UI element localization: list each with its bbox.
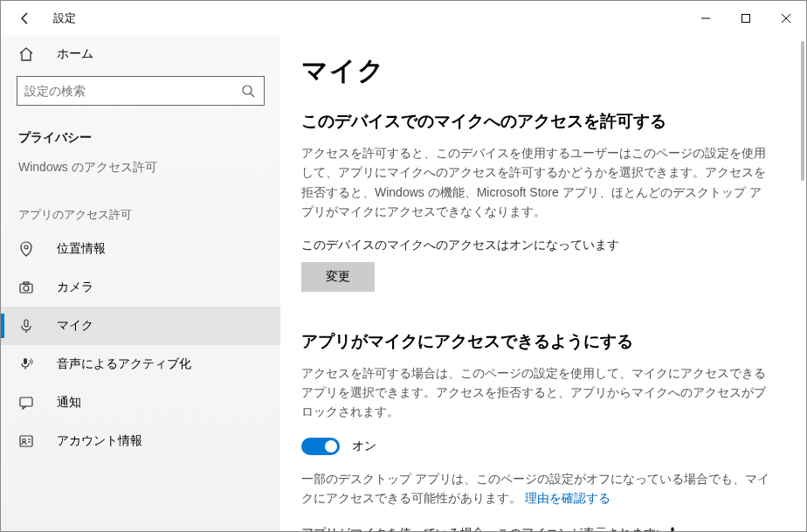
svg-point-6 [24,286,29,291]
mic-apps-toggle-row: オン [301,438,771,455]
sidebar: ホーム プライバシー Windows のアクセス許可 アプリのアクセス許可 位置… [1,36,280,531]
location-icon [18,241,39,257]
svg-point-14 [23,439,26,442]
search-icon [241,84,257,98]
change-button[interactable]: 変更 [301,262,375,292]
sidebar-item-label: カメラ [57,280,93,295]
account-info-icon [18,433,39,449]
svg-point-2 [243,86,252,94]
sidebar-item-microphone[interactable]: マイク [1,307,280,345]
section2-title: アプリがマイクにアクセスできるようにする [301,330,771,353]
home-nav[interactable]: ホーム [1,36,280,73]
close-button[interactable] [766,1,806,36]
voice-activation-icon [18,356,39,372]
sidebar-section-label: プライバシー [1,121,280,156]
search-input[interactable] [24,84,241,98]
window-controls [686,1,806,36]
maximize-button[interactable] [726,1,766,36]
window-title: 設定 [53,10,76,26]
sidebar-item-account-info[interactable]: アカウント情報 [1,422,280,460]
sidebar-sub-label[interactable]: Windows のアクセス許可 [1,156,280,190]
svg-rect-1 [742,15,750,23]
indicator-text-row: アプリがマイクを使っている場合、このアイコンが表示されます: [301,526,771,531]
home-icon [18,46,39,62]
sidebar-item-label: 位置情報 [57,241,106,257]
svg-rect-10 [24,358,27,364]
microphone-icon [18,318,39,334]
back-button[interactable] [8,1,43,36]
svg-rect-12 [20,397,32,406]
svg-rect-7 [24,282,29,285]
notifications-icon [18,395,39,411]
sidebar-item-notifications[interactable]: 通知 [1,383,280,422]
reason-link[interactable]: 理由を確認する [525,491,610,505]
sidebar-item-location[interactable]: 位置情報 [1,230,280,268]
section1-status: このデバイスのマイクへのアクセスはオンになっています [301,238,771,253]
svg-rect-13 [20,436,32,446]
mic-apps-toggle[interactable] [301,438,340,455]
content-area: マイク このデバイスでのマイクへのアクセスを許可する アクセスを許可すると、この… [280,36,806,531]
home-label: ホーム [57,46,93,62]
section2-body: アクセスを許可する場合は、このページの設定を使用して、マイクにアクセスできるアプ… [301,363,771,422]
page-title: マイク [301,53,771,89]
sidebar-item-label: マイク [57,318,93,334]
sidebar-item-label: 音声によるアクティブ化 [57,356,191,372]
search-box[interactable] [17,76,265,106]
svg-point-4 [24,245,28,249]
section1-title: このデバイスでのマイクへのアクセスを許可する [301,110,771,133]
svg-line-3 [251,93,254,97]
section2-note: 一部のデスクトップ アプリは、このページの設定がオフになっている場合でも、マイク… [301,469,771,508]
sidebar-item-voice-activation[interactable]: 音声によるアクティブ化 [1,345,280,383]
scrollbar[interactable] [801,41,804,181]
svg-rect-17 [671,528,673,531]
camera-icon [18,280,39,295]
titlebar: 設定 [1,1,806,36]
indicator-text: アプリがマイクを使っている場合、このアイコンが表示されます: [301,526,659,531]
svg-rect-8 [24,320,28,327]
section1-body: アクセスを許可すると、このデバイスを使用するユーザーはこのページの設定を使用して… [301,143,771,222]
mic-indicator-icon [666,526,679,531]
sidebar-group-label: アプリのアクセス許可 [1,190,280,230]
toggle-label: オン [352,439,376,454]
sidebar-item-camera[interactable]: カメラ [1,268,280,307]
sidebar-item-label: 通知 [57,395,81,411]
sidebar-item-label: アカウント情報 [57,433,142,449]
minimize-button[interactable] [686,1,726,36]
